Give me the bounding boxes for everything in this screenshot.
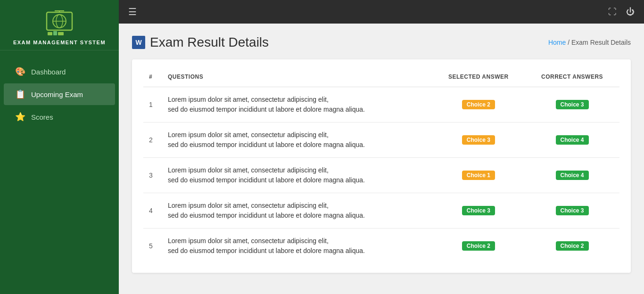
row-question: Lorem ipsum dolor sit amet, consectetur … — [162, 87, 432, 122]
row-correct-answer: Choice 4 — [525, 158, 619, 193]
row-question: Lorem ipsum dolor sit amet, consectetur … — [162, 229, 432, 264]
sidebar-item-scores[interactable]: ⭐ Scores — [4, 106, 115, 128]
row-num: 1 — [143, 87, 162, 122]
power-icon[interactable]: ⏻ — [626, 7, 635, 17]
hamburger-button[interactable]: ☰ — [128, 6, 137, 17]
dashboard-icon: 🎨 — [15, 66, 25, 77]
selected-badge: Choice 3 — [462, 135, 495, 145]
correct-badge: Choice 4 — [556, 171, 589, 180]
row-selected-answer: Choice 3 — [432, 193, 525, 229]
selected-badge: Choice 2 — [462, 241, 495, 251]
topbar: ☰ ⛶ ⏻ — [119, 0, 644, 24]
svg-rect-6 — [48, 32, 52, 35]
row-question: Lorem ipsum dolor sit amet, consectetur … — [162, 193, 432, 229]
sidebar-label-dashboard: Dashboard — [31, 68, 66, 76]
col-questions: QUESTIONS — [162, 69, 432, 87]
breadcrumb-separator: / — [568, 39, 571, 46]
table-header: # QUESTIONS SELECTED ANSWER CORRECT ANSW… — [143, 69, 619, 87]
breadcrumb-home-link[interactable]: Home — [548, 39, 566, 46]
col-selected: SELECTED ANSWER — [432, 69, 525, 87]
sidebar-logo: Exam Management System — [0, 0, 119, 50]
row-selected-answer: Choice 1 — [432, 158, 525, 193]
table-body: 1 Lorem ipsum dolor sit amet, consectetu… — [143, 87, 619, 264]
fullscreen-icon[interactable]: ⛶ — [608, 7, 617, 17]
page-title-container: W Exam Result Details — [132, 35, 269, 50]
correct-badge: Choice 4 — [556, 135, 589, 145]
table-card: # QUESTIONS SELECTED ANSWER CORRECT ANSW… — [132, 59, 631, 273]
sidebar: Exam Management System 🎨 Dashboard📋 Upco… — [0, 0, 119, 294]
correct-badge: Choice 2 — [556, 241, 589, 251]
question-text: Lorem ipsum dolor sit amet, consectetur … — [168, 201, 427, 220]
question-text: Lorem ipsum dolor sit amet, consectetur … — [168, 165, 427, 185]
breadcrumb-current: Exam Result Details — [571, 39, 631, 46]
row-selected-answer: Choice 2 — [432, 87, 525, 122]
question-text: Lorem ipsum dolor sit amet, consectetur … — [168, 236, 427, 256]
topbar-right: ⛶ ⏻ — [608, 7, 635, 17]
table-row: 3 Lorem ipsum dolor sit amet, consectetu… — [143, 158, 619, 193]
nav-menu: 🎨 Dashboard📋 Upcoming Exam⭐ Scores — [0, 60, 119, 129]
table-row: 5 Lorem ipsum dolor sit amet, consectetu… — [143, 229, 619, 264]
page-header: W Exam Result Details Home / Exam Result… — [132, 35, 631, 50]
row-num: 2 — [143, 122, 162, 158]
col-num: # — [143, 69, 162, 87]
col-correct: CORRECT ANSWERS — [525, 69, 619, 87]
sidebar-item-dashboard[interactable]: 🎨 Dashboard — [4, 61, 115, 82]
selected-badge: Choice 2 — [462, 100, 495, 109]
upcoming-exam-icon: 📋 — [15, 89, 25, 99]
row-num: 3 — [143, 158, 162, 193]
row-selected-answer: Choice 2 — [432, 229, 525, 264]
row-correct-answer: Choice 3 — [525, 193, 619, 229]
table-row: 4 Lorem ipsum dolor sit amet, consectetu… — [143, 193, 619, 229]
sidebar-item-upcoming-exam[interactable]: 📋 Upcoming Exam — [4, 83, 115, 105]
main-area: ☰ ⛶ ⏻ W Exam Result Details Home / Exam … — [119, 0, 644, 294]
row-correct-answer: Choice 2 — [525, 229, 619, 264]
sidebar-label-upcoming-exam: Upcoming Exam — [31, 90, 83, 98]
row-question: Lorem ipsum dolor sit amet, consectetur … — [162, 122, 432, 158]
row-num: 4 — [143, 193, 162, 229]
breadcrumb: Home / Exam Result Details — [548, 39, 631, 46]
table-row: 2 Lorem ipsum dolor sit amet, consectetu… — [143, 122, 619, 158]
results-table: # QUESTIONS SELECTED ANSWER CORRECT ANSW… — [143, 69, 619, 263]
sidebar-label-scores: Scores — [31, 113, 53, 121]
question-text: Lorem ipsum dolor sit amet, consectetur … — [168, 95, 427, 114]
selected-badge: Choice 3 — [462, 206, 495, 215]
correct-badge: Choice 3 — [556, 100, 589, 109]
table-row: 1 Lorem ipsum dolor sit amet, consectetu… — [143, 87, 619, 122]
row-correct-answer: Choice 3 — [525, 87, 619, 122]
page-title: Exam Result Details — [150, 35, 269, 50]
scores-icon: ⭐ — [15, 112, 25, 122]
svg-rect-7 — [53, 31, 57, 35]
row-num: 5 — [143, 229, 162, 264]
svg-rect-8 — [58, 32, 64, 35]
selected-badge: Choice 1 — [462, 171, 495, 180]
correct-badge: Choice 3 — [556, 206, 589, 215]
app-title: Exam Management System — [13, 40, 106, 45]
row-correct-answer: Choice 4 — [525, 122, 619, 158]
word-icon: W — [132, 36, 145, 49]
logo-icon — [43, 8, 76, 37]
content-area: W Exam Result Details Home / Exam Result… — [119, 24, 644, 294]
row-selected-answer: Choice 3 — [432, 122, 525, 158]
row-question: Lorem ipsum dolor sit amet, consectetur … — [162, 158, 432, 193]
question-text: Lorem ipsum dolor sit amet, consectetur … — [168, 130, 427, 150]
